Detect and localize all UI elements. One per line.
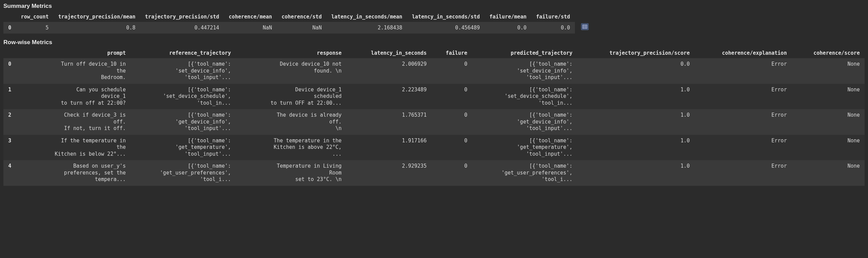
index-header [3, 48, 20, 58]
column-header: latency_in_seconds [346, 48, 432, 58]
table-cell: 0 [431, 58, 472, 84]
table-row: 4Based on user_y'spreferences, set thete… [3, 160, 865, 186]
column-header: latency_in_seconds/mean [327, 12, 407, 22]
column-header: reference_trajectory [131, 48, 236, 58]
rowwise-metrics-title: Row-wise Metrics [3, 39, 865, 46]
table-cell: The device is already off.\n [236, 109, 346, 135]
table-cell: 0.8 [53, 22, 140, 34]
table-cell: Error [695, 84, 792, 109]
column-header: failure [431, 48, 472, 58]
table-cell: Device device_10 notfound. \n [236, 58, 346, 84]
row-index: 2 [3, 109, 20, 135]
table-cell: Device device_1 scheduledto turn OFF at … [236, 84, 346, 109]
table-cell: 1.765371 [346, 109, 432, 135]
table-cell: Check if device_3 is off.If not, turn it… [20, 109, 131, 135]
table-cell: Error [695, 109, 792, 135]
column-header: coherence/explanation [695, 48, 792, 58]
row-index: 3 [3, 135, 20, 160]
table-cell: Error [695, 160, 792, 186]
table-cell: [{'tool_name':'get_temperature','tool_in… [131, 135, 236, 160]
rowwise-metrics-table: promptreference_trajectoryresponselatenc… [3, 48, 865, 186]
table-cell: NaN [224, 22, 277, 34]
table-cell: 0.447214 [140, 22, 224, 34]
table-cell: 0 [431, 135, 472, 160]
table-cell: Based on user_y'spreferences, set thetem… [20, 160, 131, 186]
table-cell: NaN [277, 22, 326, 34]
table-row: 3If the temperature in theKitchen is bel… [3, 135, 865, 160]
table-cell: None [792, 84, 865, 109]
table-cell: 0 [431, 160, 472, 186]
column-header: response [236, 48, 346, 58]
table-cell: 0 [431, 84, 472, 109]
column-header: coherence/mean [224, 12, 277, 22]
table-cell: None [792, 58, 865, 84]
table-cell: [{'tool_name':'set_device_info','tool_in… [472, 58, 577, 84]
table-cell: 1.0 [577, 84, 695, 109]
column-header: failure/mean [485, 12, 531, 22]
table-cell: The temperature in theKitchen is above 2… [236, 135, 346, 160]
row-index: 0 [3, 22, 16, 34]
table-cell: Turn off device_10 in theBedroom. [20, 58, 131, 84]
table-cell: [{'tool_name':'get_user_preferences','to… [131, 160, 236, 186]
row-index: 1 [3, 84, 20, 109]
table-cell: 1.0 [577, 109, 695, 135]
column-header: latency_in_seconds/std [407, 12, 485, 22]
table-cell: None [792, 160, 865, 186]
table-cell: 1.0 [577, 160, 695, 186]
column-header: coherence/score [792, 48, 865, 58]
table-cell: 2.006929 [346, 58, 432, 84]
table-cell: None [792, 109, 865, 135]
table-cell: If the temperature in theKitchen is belo… [20, 135, 131, 160]
table-row: 1Can you schedule device_1to turn off at… [3, 84, 865, 109]
table-row: 050.80.447214NaNNaN2.1684380.4564890.00.… [3, 22, 575, 34]
table-cell: [{'tool_name':'set_device_info','tool_in… [131, 58, 236, 84]
table-cell: 1.917166 [346, 135, 432, 160]
table-cell: Temperature in Living Roomset to 23°C. \… [236, 160, 346, 186]
summary-metrics-table: row_counttrajectory_precision/meantrajec… [3, 12, 575, 34]
table-cell: 2.168438 [327, 22, 407, 34]
column-header: trajectory_precision/std [140, 12, 224, 22]
table-cell: [{'tool_name':'get_device_info','tool_in… [472, 109, 577, 135]
index-header [3, 12, 16, 22]
row-index: 4 [3, 160, 20, 186]
table-cell: Error [695, 135, 792, 160]
table-cell: 2.929235 [346, 160, 432, 186]
column-header: prompt [20, 48, 131, 58]
summary-metrics-title: Summary Metrics [3, 3, 52, 10]
table-cell: Can you schedule device_1to turn off at … [20, 84, 131, 109]
table-cell: [{'tool_name':'get_user_preferences','to… [472, 160, 577, 186]
table-cell: 0.0 [485, 22, 531, 34]
table-row: 0Turn off device_10 in theBedroom.[{'too… [3, 58, 865, 84]
column-header: row_count [16, 12, 53, 22]
svg-rect-0 [582, 25, 587, 29]
table-cell: [{'tool_name':'set_device_schedule','too… [131, 84, 236, 109]
table-cell: [{'tool_name':'get_temperature','tool_in… [472, 135, 577, 160]
column-header: failure/std [531, 12, 575, 22]
table-cell: 5 [16, 22, 53, 34]
table-cell: [{'tool_name':'set_device_schedule','too… [472, 84, 577, 109]
column-header: coherence/std [277, 12, 326, 22]
column-header: trajectory_precision/score [577, 48, 695, 58]
table-cell: 0.0 [531, 22, 575, 34]
table-row: 2Check if device_3 is off.If not, turn i… [3, 109, 865, 135]
table-cell: None [792, 135, 865, 160]
column-header: predicted_trajectory [472, 48, 577, 58]
table-cell: Error [695, 58, 792, 84]
table-cell: 0 [431, 109, 472, 135]
table-cell: [{'tool_name':'get_device_info','tool_in… [131, 109, 236, 135]
row-index: 0 [3, 58, 20, 84]
table-expand-icon[interactable] [581, 23, 589, 30]
table-cell: 0.456489 [407, 22, 485, 34]
table-cell: 2.223489 [346, 84, 432, 109]
table-cell: 0.0 [577, 58, 695, 84]
table-cell: 1.0 [577, 135, 695, 160]
column-header: trajectory_precision/mean [53, 12, 140, 22]
